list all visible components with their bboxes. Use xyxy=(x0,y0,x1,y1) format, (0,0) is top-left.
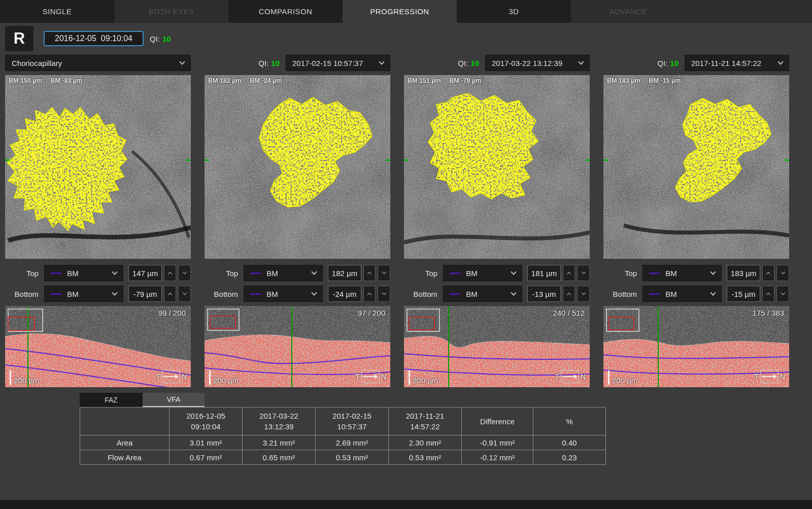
bottom-offset-decrease-button[interactable] xyxy=(378,286,390,302)
top-layer-dropdown[interactable]: BM xyxy=(44,265,123,281)
bottom-offset-field[interactable]: -24 µm xyxy=(328,286,361,302)
bottom-layer-dropdown[interactable]: BM xyxy=(44,286,123,302)
bottom-offset-increase-button[interactable] xyxy=(363,286,376,302)
bscan-image-4[interactable]: 175 / 383 200 µm T N xyxy=(603,306,789,387)
top-layer-dropdown[interactable]: BM xyxy=(443,265,522,281)
bscan-image-2[interactable]: 97 / 200 200 µm T N xyxy=(205,306,390,387)
exam-date-value: 2017-11-21 14:57:22 xyxy=(691,59,761,67)
tab-faz[interactable]: FAZ xyxy=(80,393,143,407)
bottom-layer-value: BM xyxy=(266,290,278,298)
qi-value: 10 xyxy=(271,59,280,67)
registration-tick xyxy=(404,159,409,161)
top-layer-value: BM xyxy=(266,269,278,278)
top-tab-bar: SINGLE BOTH EYES COMPARISON PROGRESSION … xyxy=(0,0,812,23)
registration-tick xyxy=(785,159,789,161)
chevron-down-icon xyxy=(581,270,585,274)
bottom-offset-decrease-button[interactable] xyxy=(776,286,789,302)
bottom-layer-dropdown[interactable]: BM xyxy=(642,286,722,302)
bottom-bar xyxy=(0,500,812,509)
top-offset-increase-button[interactable] xyxy=(363,265,376,281)
tab-advance[interactable]: ADVANCE xyxy=(571,0,685,23)
orientation-marker: T N xyxy=(156,370,187,383)
bottom-offset-decrease-button[interactable] xyxy=(178,286,191,302)
tn-arrow-icon xyxy=(361,370,380,383)
top-offset-increase-button[interactable] xyxy=(762,265,775,281)
table-header-cell: 2017-11-21 14:57:22 xyxy=(389,408,462,435)
top-offset-decrease-button[interactable] xyxy=(776,265,789,281)
bottom-layer-dropdown[interactable]: BM xyxy=(244,286,323,302)
bottom-offset-field[interactable]: -79 µm xyxy=(128,286,161,302)
bottom-offset-field[interactable]: -13 µm xyxy=(527,286,560,302)
tab-vfa[interactable]: VFA xyxy=(143,393,205,407)
bottom-offset-decrease-button[interactable] xyxy=(577,286,590,302)
chevron-up-icon xyxy=(567,272,571,276)
chevron-up-icon xyxy=(367,292,371,296)
top-offset-decrease-button[interactable] xyxy=(178,265,191,281)
layer-color-dash-icon xyxy=(450,293,460,295)
bscan-image-1[interactable]: 99 / 200 200 µm T N xyxy=(5,306,191,387)
top-offset-field[interactable]: 182 µm xyxy=(328,265,361,281)
bscan-counter: 240 / 512 xyxy=(553,309,585,317)
tn-arrow-icon xyxy=(162,370,180,383)
bm-offset-label: BM -83 µm xyxy=(51,77,83,84)
top-offset-field[interactable]: 183 µm xyxy=(727,265,760,281)
exam-date-dropdown[interactable]: 2017-11-21 14:57:22 xyxy=(685,55,789,71)
bottom-offset-increase-button[interactable] xyxy=(563,286,576,302)
nasal-marker: N xyxy=(381,372,386,381)
scale-bar-label: 200 µm xyxy=(14,376,39,385)
qi-badge: QI: 10 xyxy=(657,59,679,67)
chevron-down-icon xyxy=(382,270,386,274)
top-offset-increase-button[interactable] xyxy=(164,265,177,281)
qi-label: QI: xyxy=(150,35,160,43)
top-offset-increase-button[interactable] xyxy=(563,265,576,281)
laterality-button[interactable]: R xyxy=(5,26,33,51)
orientation-marker: T N xyxy=(355,370,386,383)
tab-comparison[interactable]: COMPARISON xyxy=(228,0,343,23)
top-label: Top xyxy=(205,269,244,278)
chevron-down-icon xyxy=(710,290,716,295)
bottom-label: Bottom xyxy=(404,290,443,298)
tab-both-eyes[interactable]: BOTH EYES xyxy=(114,0,228,23)
top-offset-field[interactable]: 181 µm xyxy=(527,265,560,281)
chevron-down-icon xyxy=(112,290,118,295)
registration-tick xyxy=(386,159,390,161)
registration-tick xyxy=(585,159,590,161)
top-layer-dropdown[interactable]: BM xyxy=(642,265,722,281)
top-layer-value: BM xyxy=(466,269,478,278)
bottom-layer-dropdown[interactable]: BM xyxy=(443,286,522,302)
enface-canvas xyxy=(603,75,789,259)
enface-canvas xyxy=(404,75,590,259)
exam-column-1: Choriocapillary xyxy=(5,55,191,387)
baseline-date-field[interactable]: 2016-12-05 09:10:04 xyxy=(44,31,144,46)
registration-tick xyxy=(603,159,608,161)
row-label: Flow Area xyxy=(80,450,170,465)
bottom-offset-field[interactable]: -15 µm xyxy=(727,286,760,302)
enface-angiogram-4[interactable]: BM 183 µm BM -15 µm xyxy=(603,75,789,259)
layer-preset-dropdown[interactable]: Choriocapillary xyxy=(5,55,191,71)
table-cell: 0.65 mm² xyxy=(243,450,316,465)
tab-single[interactable]: SINGLE xyxy=(0,0,114,23)
layer-color-dash-icon xyxy=(51,273,61,274)
bscan-image-3[interactable]: 240 / 512 200 µm T N xyxy=(404,306,590,387)
bottom-label: Bottom xyxy=(205,290,244,298)
bottom-offset-increase-button[interactable] xyxy=(164,286,177,302)
top-offset-decrease-button[interactable] xyxy=(577,265,590,281)
chevron-down-icon xyxy=(511,269,517,275)
temporal-marker: T xyxy=(754,372,759,381)
tab-progression[interactable]: PROGRESSION xyxy=(343,0,457,23)
bm-depth-label: BM 150 µm xyxy=(9,77,42,84)
table-cell: 0.67 mm² xyxy=(170,450,243,465)
top-layer-dropdown[interactable]: BM xyxy=(244,265,323,281)
bottom-layer-value: BM xyxy=(466,290,478,298)
exam-date-dropdown[interactable]: 2017-02-15 10:57:37 xyxy=(286,55,390,71)
tab-3d[interactable]: 3D xyxy=(457,0,571,23)
enface-angiogram-1[interactable]: BM 150 µm BM -83 µm xyxy=(5,75,191,259)
bottom-offset-increase-button[interactable] xyxy=(762,286,775,302)
top-offset-decrease-button[interactable] xyxy=(378,265,390,281)
exam-date-dropdown[interactable]: 2017-03-22 13:12:39 xyxy=(485,55,590,71)
enface-angiogram-2[interactable]: BM 182 µm BM -24 µm xyxy=(205,75,390,259)
top-offset-field[interactable]: 147 µm xyxy=(128,265,161,281)
exam-date-value: 2017-02-15 10:57:37 xyxy=(292,59,363,67)
enface-angiogram-3[interactable]: BM 151 µm BM -79 µm xyxy=(404,75,590,259)
chevron-down-icon xyxy=(182,270,186,274)
